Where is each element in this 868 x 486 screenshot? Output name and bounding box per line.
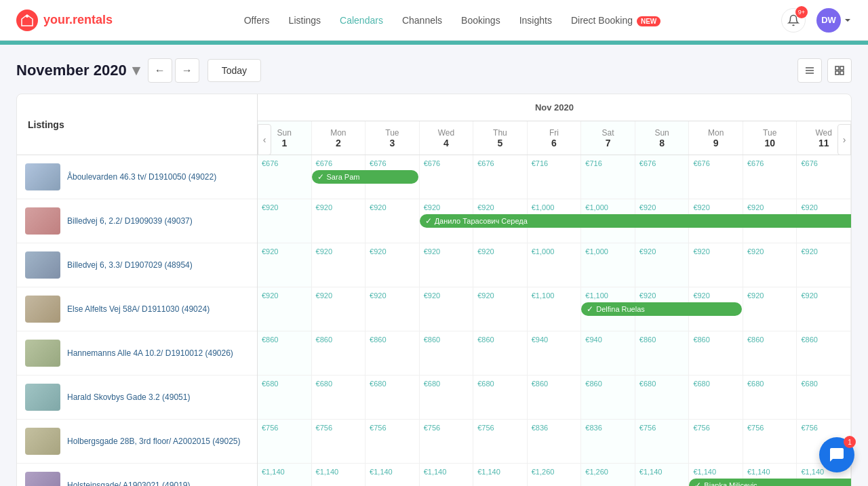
day-cell[interactable]: €756 xyxy=(743,420,797,463)
day-cell[interactable]: €1,140 xyxy=(258,464,312,486)
listing-name[interactable]: Billedvej 6, 3.3/ D1907029 (48954) xyxy=(67,260,193,271)
day-cell[interactable]: €1,260 xyxy=(581,464,635,486)
day-cell[interactable]: €920 xyxy=(366,199,420,243)
day-cell[interactable]: €680 xyxy=(689,376,743,419)
day-cell[interactable]: €860 xyxy=(366,331,420,375)
day-cell[interactable]: €676 xyxy=(420,155,474,199)
day-cell[interactable]: €860 xyxy=(420,331,474,375)
nav-item-listings[interactable]: Listings xyxy=(289,12,321,28)
day-cell[interactable]: €920 xyxy=(689,243,743,287)
notifications-button[interactable]: 9+ xyxy=(781,8,806,33)
day-cell[interactable]: €1,260 xyxy=(528,464,582,486)
day-cell[interactable]: €920 xyxy=(366,287,420,331)
day-cell[interactable]: €860 xyxy=(797,331,851,375)
day-cell[interactable]: €920 xyxy=(743,243,797,287)
day-cell[interactable]: €716 xyxy=(528,155,582,199)
day-cell[interactable]: €920 xyxy=(258,287,312,331)
calendar-month-dropdown[interactable]: ▾ xyxy=(132,62,140,79)
day-cell[interactable]: €756 xyxy=(366,420,420,463)
day-cell[interactable]: €1,000 xyxy=(528,243,582,287)
booking-bar[interactable]: ✓Delfina Ruelas xyxy=(581,302,742,316)
day-cell[interactable]: €860 xyxy=(635,331,690,375)
day-cell[interactable]: €1,140 xyxy=(312,464,366,486)
booking-bar[interactable]: ✓Bjanka Milicevic xyxy=(689,479,851,486)
day-cell[interactable]: €1,140 xyxy=(473,464,528,486)
day-cell[interactable]: €920 xyxy=(312,199,366,243)
listing-name[interactable]: Else Alfelts Vej 58A/ D1911030 (49024) xyxy=(67,304,210,315)
nav-item-channels[interactable]: Channels xyxy=(402,12,442,28)
day-cell[interactable]: €680 xyxy=(420,376,474,419)
day-cell[interactable]: €920 xyxy=(312,287,366,331)
listing-name[interactable]: Åboulevarden 46.3 tv/ D1910050 (49022) xyxy=(67,171,216,183)
day-cell[interactable]: €676 xyxy=(473,155,528,199)
day-cell[interactable]: €680 xyxy=(797,376,851,419)
day-cell[interactable]: €756 xyxy=(473,420,528,463)
day-cell[interactable]: €676 xyxy=(635,155,690,199)
user-avatar-dropdown[interactable]: DW xyxy=(816,8,852,33)
day-cell[interactable]: €836 xyxy=(528,420,582,463)
day-cell[interactable]: €860 xyxy=(528,376,582,419)
listing-name[interactable]: Holsteinsgade/ A1903021 (49019) xyxy=(67,480,190,486)
nav-item-bookings[interactable]: Bookings xyxy=(461,12,500,28)
day-cell[interactable]: €676 xyxy=(743,155,797,199)
day-cell[interactable]: €920 xyxy=(420,287,474,331)
day-cell[interactable]: €680 xyxy=(473,376,528,419)
day-cell[interactable]: €920 xyxy=(797,287,851,331)
day-cell[interactable]: €920 xyxy=(743,287,797,331)
calendar-scroll-left[interactable]: ‹ xyxy=(258,124,271,155)
day-cell[interactable]: €756 xyxy=(689,420,743,463)
day-cell[interactable]: €1,100 xyxy=(528,287,582,331)
grid-view-button[interactable] xyxy=(827,58,852,83)
day-cell[interactable]: €860 xyxy=(743,331,797,375)
today-button[interactable]: Today xyxy=(208,59,261,82)
nav-item-calendars[interactable]: Calendars xyxy=(340,12,383,28)
day-cell[interactable]: €756 xyxy=(312,420,366,463)
day-cell[interactable]: €716 xyxy=(581,155,635,199)
day-cell[interactable]: €920 xyxy=(420,243,474,287)
day-cell[interactable]: €1,140 xyxy=(635,464,690,486)
day-cell[interactable]: €920 xyxy=(473,287,528,331)
listing-name[interactable]: Hannemanns Alle 4A 10.2/ D1910012 (49026… xyxy=(67,348,233,359)
list-view-button[interactable] xyxy=(797,58,822,83)
calendar-scroll-right[interactable]: › xyxy=(837,124,851,155)
nav-item-direct-booking[interactable]: Direct BookingNEW xyxy=(571,12,660,28)
nav-item-insights[interactable]: Insights xyxy=(519,12,552,28)
day-cell[interactable]: €940 xyxy=(581,331,635,375)
day-cell[interactable]: €680 xyxy=(258,376,312,419)
day-cell[interactable]: €860 xyxy=(689,331,743,375)
day-cell[interactable]: €680 xyxy=(743,376,797,419)
day-cell[interactable]: €1,140 xyxy=(366,464,420,486)
day-cell[interactable]: €920 xyxy=(635,243,690,287)
listing-name[interactable]: Harald Skovbys Gade 3.2 (49051) xyxy=(67,392,190,403)
day-cell[interactable]: €676 xyxy=(797,155,851,199)
day-cell[interactable]: €920 xyxy=(258,243,312,287)
day-cell[interactable]: €940 xyxy=(528,331,582,375)
day-cell[interactable]: €676 xyxy=(689,155,743,199)
chat-button[interactable]: 1 xyxy=(819,437,854,472)
logo[interactable]: your.rentals xyxy=(16,9,113,31)
day-cell[interactable]: €756 xyxy=(258,420,312,463)
day-cell[interactable]: €680 xyxy=(312,376,366,419)
day-cell[interactable]: €836 xyxy=(581,420,635,463)
listing-name[interactable]: Holbergsgade 28B, 3rd floor/ A2002015 (4… xyxy=(67,436,241,447)
day-cell[interactable]: €680 xyxy=(366,376,420,419)
day-cell[interactable]: €920 xyxy=(473,243,528,287)
next-button[interactable]: → xyxy=(175,58,199,83)
day-cell[interactable]: €1,140 xyxy=(420,464,474,486)
day-cell[interactable]: €920 xyxy=(312,243,366,287)
day-cell[interactable]: €756 xyxy=(635,420,690,463)
nav-item-offers[interactable]: Offers xyxy=(244,12,270,28)
day-cell[interactable]: €860 xyxy=(473,331,528,375)
booking-bar[interactable]: ✓Sara Pam xyxy=(312,170,418,184)
day-cell[interactable]: €860 xyxy=(581,376,635,419)
day-cell[interactable]: €920 xyxy=(258,199,312,243)
day-cell[interactable]: €920 xyxy=(797,243,851,287)
prev-button[interactable]: ← xyxy=(148,58,172,83)
day-cell[interactable]: €860 xyxy=(312,331,366,375)
booking-bar[interactable]: ✓Данило Тарасович Середа xyxy=(420,214,851,228)
day-cell[interactable]: €756 xyxy=(420,420,474,463)
day-cell[interactable]: €920 xyxy=(366,243,420,287)
day-cell[interactable]: €680 xyxy=(635,376,690,419)
day-cell[interactable]: €676 xyxy=(258,155,312,199)
day-cell[interactable]: €1,000 xyxy=(581,243,635,287)
